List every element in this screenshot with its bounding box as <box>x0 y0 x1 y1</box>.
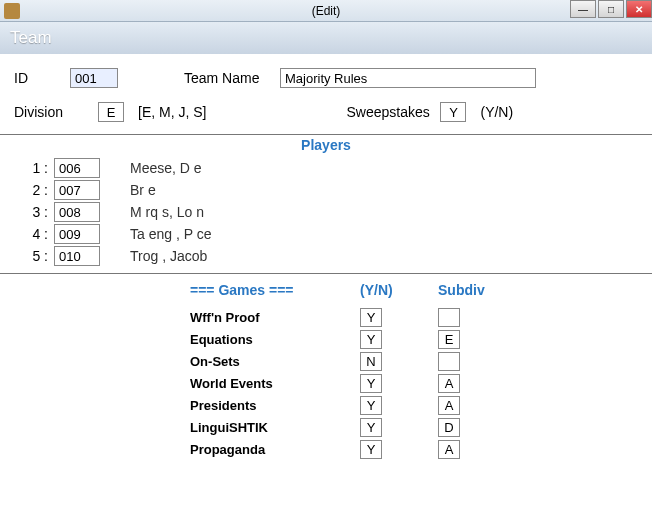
player-row: 1 :Meese, D e <box>14 157 638 179</box>
section-header: Team <box>0 22 652 54</box>
game-name: LinguiSHTIK <box>190 420 360 435</box>
game-subdiv-input[interactable] <box>438 418 460 437</box>
game-subdiv-input[interactable] <box>438 374 460 393</box>
player-id-input[interactable] <box>54 224 100 244</box>
sweepstakes-hint: (Y/N) <box>480 104 513 120</box>
player-name: Trog , Jacob <box>130 248 207 264</box>
titlebar: (Edit) — □ ✕ <box>0 0 652 22</box>
players-heading: Players <box>0 137 652 153</box>
team-name-label: Team Name <box>184 70 280 86</box>
game-row: Propaganda <box>190 438 652 460</box>
close-button[interactable]: ✕ <box>626 0 652 18</box>
game-subdiv-input[interactable] <box>438 308 460 327</box>
game-row: On-Sets <box>190 350 652 372</box>
game-yn-input[interactable] <box>360 308 382 327</box>
player-name: Br e <box>130 182 156 198</box>
player-row: 3 :M rq s, Lo n <box>14 201 638 223</box>
game-name: On-Sets <box>190 354 360 369</box>
game-yn-input[interactable] <box>360 352 382 371</box>
player-index: 2 : <box>14 182 54 198</box>
id-input[interactable] <box>70 68 118 88</box>
team-name-input[interactable] <box>280 68 536 88</box>
game-row: Presidents <box>190 394 652 416</box>
game-row: Wff'n Proof <box>190 306 652 328</box>
player-row: 5 :Trog , Jacob <box>14 245 638 267</box>
player-name: Meese, D e <box>130 160 202 176</box>
game-row: World Events <box>190 372 652 394</box>
game-yn-input[interactable] <box>360 374 382 393</box>
game-yn-input[interactable] <box>360 440 382 459</box>
form-area: ID Team Name Division [E, M, J, S] Sweep… <box>0 54 652 134</box>
player-id-input[interactable] <box>54 202 100 222</box>
players-block: 1 :Meese, D e2 : Br e3 :M rq s, Lo n4 :T… <box>0 157 652 273</box>
division-hint: [E, M, J, S] <box>138 104 206 120</box>
divider-1 <box>0 134 652 135</box>
game-name: Propaganda <box>190 442 360 457</box>
game-name: Presidents <box>190 398 360 413</box>
games-heading: === Games === <box>190 282 360 298</box>
game-subdiv-input[interactable] <box>438 330 460 349</box>
player-index: 5 : <box>14 248 54 264</box>
division-label: Division <box>14 104 98 120</box>
yn-heading: (Y/N) <box>360 282 438 298</box>
sweepstakes-input[interactable] <box>440 102 466 122</box>
division-input[interactable] <box>98 102 124 122</box>
minimize-button[interactable]: — <box>570 0 596 18</box>
game-subdiv-input[interactable] <box>438 396 460 415</box>
window-controls: — □ ✕ <box>568 0 652 18</box>
game-yn-input[interactable] <box>360 418 382 437</box>
games-block: Wff'n ProofEquationsOn-SetsWorld EventsP… <box>190 306 652 460</box>
id-label: ID <box>14 70 70 86</box>
game-name: World Events <box>190 376 360 391</box>
player-id-input[interactable] <box>54 246 100 266</box>
game-yn-input[interactable] <box>360 396 382 415</box>
sweepstakes-label: Sweepstakes <box>346 104 440 120</box>
player-index: 3 : <box>14 204 54 220</box>
player-id-input[interactable] <box>54 180 100 200</box>
game-yn-input[interactable] <box>360 330 382 349</box>
player-index: 4 : <box>14 226 54 242</box>
player-name: M rq s, Lo n <box>130 204 204 220</box>
player-id-input[interactable] <box>54 158 100 178</box>
subdiv-heading: Subdiv <box>438 282 498 298</box>
game-name: Equations <box>190 332 360 347</box>
game-row: Equations <box>190 328 652 350</box>
games-area: === Games === (Y/N) Subdiv Wff'n ProofEq… <box>0 274 652 460</box>
player-name: Ta eng , P ce <box>130 226 211 242</box>
window-title: (Edit) <box>312 4 341 18</box>
player-index: 1 : <box>14 160 54 176</box>
app-icon <box>4 3 20 19</box>
game-subdiv-input[interactable] <box>438 440 460 459</box>
player-row: 4 :Ta eng , P ce <box>14 223 638 245</box>
game-row: LinguiSHTIK <box>190 416 652 438</box>
player-row: 2 : Br e <box>14 179 638 201</box>
game-subdiv-input[interactable] <box>438 352 460 371</box>
game-name: Wff'n Proof <box>190 310 360 325</box>
maximize-button[interactable]: □ <box>598 0 624 18</box>
games-header-row: === Games === (Y/N) Subdiv <box>190 282 652 298</box>
section-title: Team <box>10 28 52 48</box>
